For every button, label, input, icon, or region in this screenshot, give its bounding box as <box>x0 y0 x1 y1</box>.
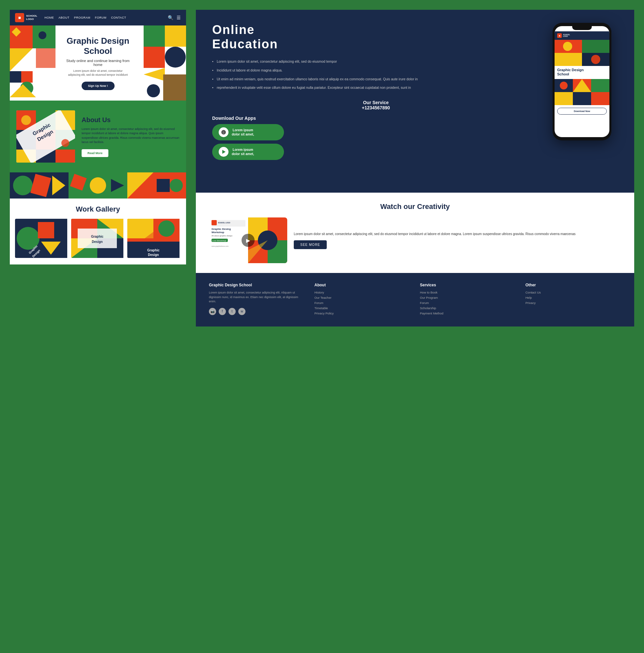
online-edu-left: OnlineEducation Lorem ipsum dolor sit am… <box>212 23 540 179</box>
phone-download-button[interactable]: Download Now <box>557 108 607 115</box>
see-more-button[interactable]: SEE MORE <box>294 240 327 249</box>
svg-point-34 <box>13 176 33 195</box>
footer-link-help[interactable]: Help <box>525 296 621 299</box>
app-btn-text-2: Lorem ipsumdolor sit amet, <box>232 148 254 156</box>
svg-rect-86 <box>212 220 217 225</box>
gallery-geo-3: Graphic Design <box>127 219 179 258</box>
phone-pattern-bottom <box>554 79 610 105</box>
nav-link-contact[interactable]: CONTACT <box>111 16 126 19</box>
service-section: Our Service +1234567890 <box>212 100 540 111</box>
instagram-icon[interactable]: 📷 <box>209 308 216 315</box>
phone-logo-icon: ■ <box>557 33 562 38</box>
read-more-button[interactable]: Read More <box>82 149 108 157</box>
watch-section: Watch our Creativity SCHOOL LOGO Graphic… <box>196 193 634 273</box>
watch-content: SCHOOL LOGO Graphic Desing Workshop All … <box>209 217 621 263</box>
phone-notch <box>572 26 592 30</box>
facebook-icon[interactable]: f <box>219 308 226 315</box>
work-gallery-section: Work Gallery Graphic Design <box>10 198 186 264</box>
footer-link-payment-method[interactable]: Payment Method <box>420 312 516 315</box>
online-edu-title: OnlineEducation <box>212 23 540 51</box>
footer-link-contact-us[interactable]: Contact Us <box>525 291 621 294</box>
footer-link-history[interactable]: History <box>314 291 410 294</box>
video-thumb[interactable]: SCHOOL LOGO Graphic Desing Workshop All … <box>209 217 287 263</box>
gallery-geo-2: Graphic Design <box>71 219 123 258</box>
phone-mockup: ■ SCHOOLLOGO <box>546 23 618 179</box>
footer-other-title: Other <box>525 283 621 287</box>
about-desc: Lorem ipsum dolor sit amet, consectetur … <box>82 127 179 145</box>
whatsapp-icon[interactable]: w <box>238 308 245 315</box>
phone-hero-title: Graphic DesignSchool <box>557 68 607 76</box>
search-icon[interactable]: 🔍 <box>168 15 173 20</box>
phone-outer: ■ SCHOOLLOGO <box>553 23 611 140</box>
footer-link-forum[interactable]: Forum <box>314 301 410 305</box>
svg-text:Graphic: Graphic <box>147 248 159 252</box>
sign-up-button[interactable]: Sign Up Now ! <box>82 82 115 90</box>
app-store-button[interactable]:  Lorem ipsumdolor sit amet, <box>212 124 284 140</box>
nav-link-home[interactable]: HOME <box>44 16 54 19</box>
footer-link-forum-services[interactable]: Forum <box>420 301 516 305</box>
gallery-geo-1: Graphic Design <box>15 219 67 258</box>
watch-desc-area: Lorem ipsum dolor sit amet, consectetur … <box>294 232 575 249</box>
phone-logo-text: SCHOOLLOGO <box>563 34 570 38</box>
left-panel: ■ SCHOOL LOGO HOME ABOUT PROGRAM FORUM C… <box>10 10 186 643</box>
about-content: About Us Lorem ipsum dolor sit amet, con… <box>82 116 179 157</box>
play-store-button[interactable]: Lorem ipsumdolor sit amet, <box>212 144 284 160</box>
footer: Graphic Design School Lorem ipsum dolor … <box>196 273 634 326</box>
phone-bottom-geo <box>554 79 610 105</box>
nav-link-forum[interactable]: FORUM <box>95 16 107 19</box>
hero-subtitle: Study online and continue learning from … <box>62 59 134 67</box>
about-section: Graphic Design About Us Lorem ipsum dolo… <box>10 101 186 172</box>
navbar: ■ SCHOOL LOGO HOME ABOUT PROGRAM FORUM C… <box>10 10 186 25</box>
svg-marker-68 <box>222 150 226 154</box>
footer-link-timetable[interactable]: Timetable <box>314 306 410 310</box>
play-icon <box>219 147 228 157</box>
twitter-icon[interactable]: t <box>228 308 236 315</box>
download-title: Download Our Apps <box>212 116 540 121</box>
logo-icon: ■ <box>15 13 24 22</box>
footer-col-about: About History Our Teacher Forum Timetabl… <box>314 283 410 317</box>
app-btn-text-1: Lorem ipsumdolor sit amet, <box>232 128 254 137</box>
footer-link-how-to-book[interactable]: How to Book <box>420 291 516 294</box>
about-title: About Us <box>82 116 179 124</box>
nav-icons: 🔍 ☰ <box>168 15 181 20</box>
gallery-title: Work Gallery <box>15 205 181 214</box>
svg-rect-27 <box>55 149 75 163</box>
play-button[interactable]: ▶ <box>242 234 255 247</box>
svg-rect-81 <box>591 92 610 105</box>
strip-geo-1 <box>10 172 69 198</box>
hero-title: Graphic DesignSchool <box>62 36 134 56</box>
footer-about-title: About <box>314 283 410 287</box>
gallery-item-1: Graphic Design <box>15 219 69 258</box>
svg-text:www.graphicdesss.com: www.graphicdesss.com <box>212 245 228 247</box>
svg-text:Graphic: Graphic <box>91 235 103 238</box>
watch-title: Watch our Creativity <box>209 202 621 211</box>
phone-hero-text: Graphic DesignSchool <box>554 66 610 79</box>
footer-brand-title: Graphic Design School <box>209 283 304 287</box>
about-image: Graphic Design <box>16 111 75 163</box>
svg-text:Workshop: Workshop <box>212 231 224 234</box>
footer-col-other: Other Contact Us Help Privacy <box>525 283 621 317</box>
svg-text:All about graphic design: All about graphic design <box>212 235 232 237</box>
service-phone: +1234567890 <box>212 105 540 111</box>
watch-desc: Lorem ipsum dolor sit amet, consectetur … <box>294 232 575 236</box>
footer-link-scholarship[interactable]: Scholarship <box>420 306 516 310</box>
about-geo: Graphic Design <box>16 111 75 163</box>
footer-link-privacy-policy[interactable]: Privacy Policy <box>314 312 410 315</box>
svg-text::  <box>223 131 224 134</box>
phone-screen: ■ SCHOOLLOGO <box>554 26 610 137</box>
svg-point-61 <box>158 220 175 237</box>
phone-hero-pattern <box>554 40 610 66</box>
footer-link-privacy[interactable]: Privacy <box>525 301 621 305</box>
menu-icon[interactable]: ☰ <box>177 15 181 20</box>
footer-col-services: Services How to Book Our Program Forum S… <box>420 283 516 317</box>
footer-link-our-program[interactable]: Our Program <box>420 296 516 299</box>
nav-link-about[interactable]: ABOUT <box>58 16 70 19</box>
svg-text:SCHOOL LOGO: SCHOOL LOGO <box>218 222 230 224</box>
footer-link-our-teacher[interactable]: Our Teacher <box>314 296 410 299</box>
svg-point-73 <box>563 42 572 51</box>
nav-link-program[interactable]: PROGRAM <box>74 16 91 19</box>
footer-brand-desc: Lorem ipsum dolor sit amet, consectetur … <box>209 291 304 304</box>
svg-text:Design: Design <box>92 240 102 244</box>
hero-section: Graphic DesignSchool Study online and co… <box>10 25 186 101</box>
svg-rect-71 <box>554 53 582 66</box>
